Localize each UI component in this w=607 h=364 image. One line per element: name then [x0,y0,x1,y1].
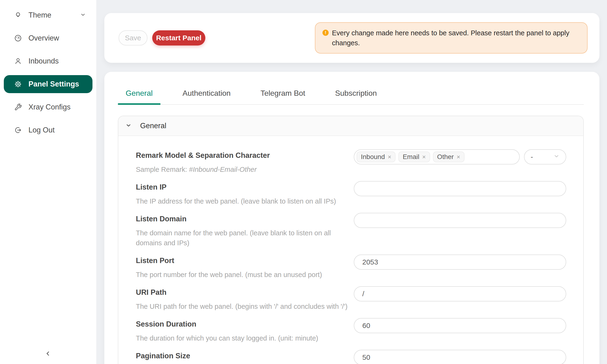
sidebar-item-label: Xray Configs [28,103,70,111]
sidebar-item-log-out[interactable]: Log Out [4,121,92,139]
warning-icon: ! [322,30,329,36]
pagination-size-label: Pagination Size [136,352,354,360]
gear-icon [14,80,22,88]
form-row-remark-model: Remark Model & Separation Character Samp… [136,151,566,174]
remark-model-sample: Sample Remark: #Inbound-Email-Other [136,165,354,174]
general-panel-header[interactable]: General [118,116,583,136]
tab-telegram-bot[interactable]: Telegram Bot [253,89,313,104]
general-form: Remark Model & Separation Character Samp… [118,136,583,364]
settings-card: General Authentication Telegram Bot Subs… [104,72,599,364]
sidebar-item-label: Inbounds [28,57,59,65]
actions-card: Save Restart Panel ! Every change made h… [104,13,599,63]
sidebar-item-inbounds[interactable]: Inbounds [4,52,92,70]
save-button[interactable]: Save [119,30,147,46]
general-collapse-panel: General Remark Model & Separation Charac… [118,116,584,364]
sidebar-item-label: Theme [28,11,51,19]
remove-tag-icon[interactable]: × [457,153,460,161]
session-duration-label: Session Duration [136,320,354,328]
remark-model-label: Remark Model & Separation Character [136,151,354,160]
content-area: Save Restart Panel ! Every change made h… [96,0,607,364]
form-row-session-duration: Session Duration The duration for which … [136,319,566,343]
sidebar-item-label: Log Out [28,126,54,134]
dashboard-icon [14,34,22,42]
separator-value: - [531,153,533,161]
tag-email: Email× [398,151,430,162]
form-row-listen-port: Listen Port The port number for the web … [136,256,566,280]
form-row-listen-ip: Listen IP The IP address for the web pan… [136,182,566,206]
listen-domain-label: Listen Domain [136,215,354,223]
sidebar-item-label: Overview [28,34,59,42]
listen-port-input[interactable] [354,255,566,270]
remove-tag-icon[interactable]: × [388,153,391,161]
chevron-left-icon [44,350,52,358]
settings-tabs: General Authentication Telegram Bot Subs… [118,89,584,105]
bulb-icon [14,11,22,19]
sidebar-item-xray-configs[interactable]: Xray Configs [4,98,92,116]
logout-icon [14,126,22,134]
tab-authentication[interactable]: Authentication [175,89,238,104]
restart-warning-alert: ! Every change made here needs to be sav… [315,22,588,53]
listen-ip-desc: The IP address for the web panel. (leave… [136,196,354,206]
chevron-down-icon [125,122,132,130]
tab-general[interactable]: General [118,89,160,104]
wrench-icon [14,103,22,111]
tab-subscription[interactable]: Subscription [327,89,385,104]
sidebar-collapse-button[interactable] [43,349,53,359]
sidebar-item-theme[interactable]: Theme [4,6,92,24]
uri-path-label: URI Path [136,288,354,297]
form-row-uri-path: URI Path The URI path for the web panel.… [136,288,566,312]
listen-domain-desc: The domain name for the web panel. (leav… [136,228,344,248]
restart-panel-button[interactable]: Restart Panel [152,30,205,46]
listen-port-label: Listen Port [136,256,354,265]
listen-port-desc: The port number for the web panel. (must… [136,270,354,280]
sidebar-item-panel-settings[interactable]: Panel Settings [4,75,92,93]
sidebar-item-overview[interactable]: Overview [4,29,92,47]
chevron-down-icon [554,153,560,161]
listen-ip-input[interactable] [354,181,566,196]
remove-tag-icon[interactable]: × [422,153,426,161]
uri-path-input[interactable] [354,286,566,301]
uri-path-desc: The URI path for the web panel. (begins … [136,301,354,312]
separation-character-select[interactable]: - [524,149,566,165]
remark-model-tags-input[interactable]: Inbound× Email× Other× [354,149,520,165]
tag-other: Other× [433,151,464,162]
session-duration-desc: The duration for which you can stay logg… [136,333,354,343]
user-icon [14,57,22,65]
form-row-listen-domain: Listen Domain The domain name for the we… [136,214,566,248]
listen-domain-input[interactable] [354,213,566,228]
session-duration-input[interactable] [354,318,566,333]
sidebar-menu: Theme Overview Inbounds [0,0,96,139]
sidebar: Theme Overview Inbounds [0,0,96,364]
alert-message: Every change made here needs to be saved… [332,28,580,48]
listen-ip-label: Listen IP [136,183,354,192]
tag-inbound: Inbound× [356,151,396,162]
form-row-pagination-size: Pagination Size [136,351,566,364]
pagination-size-input[interactable] [354,350,566,364]
panel-section-title: General [140,122,166,130]
chevron-down-icon [80,11,86,19]
sidebar-item-label: Panel Settings [28,80,79,88]
